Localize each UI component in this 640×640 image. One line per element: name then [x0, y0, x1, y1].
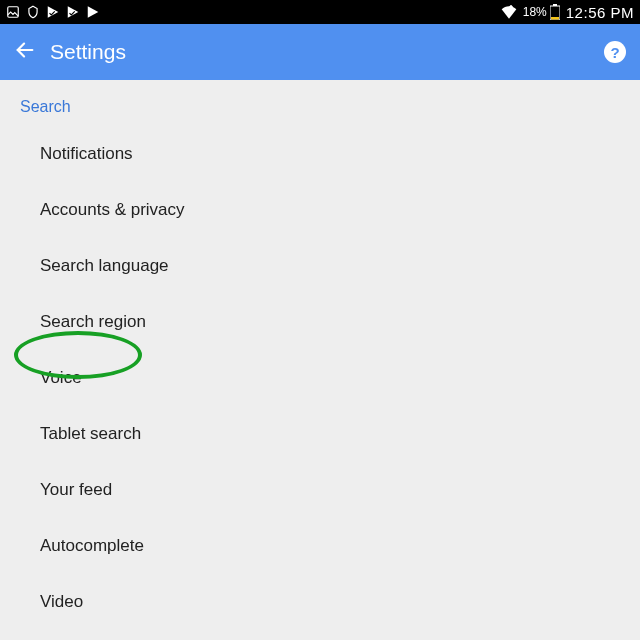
play-icon	[86, 5, 100, 19]
list-item-your-feed[interactable]: Your feed	[0, 462, 640, 518]
list-item-voice[interactable]: Voice	[0, 350, 640, 406]
section-header-search: Search	[0, 80, 640, 126]
settings-list: Search Notifications Accounts & privacy …	[0, 80, 640, 640]
status-clock: 12:56 PM	[566, 4, 634, 21]
list-item-search-language[interactable]: Search language	[0, 238, 640, 294]
status-bar: 18% 12:56 PM	[0, 0, 640, 24]
list-item-accounts-privacy[interactable]: Accounts & privacy	[0, 182, 640, 238]
back-arrow-icon[interactable]	[14, 39, 36, 65]
page-title: Settings	[50, 40, 126, 64]
shape-icon	[26, 5, 40, 19]
list-item-autocomplete[interactable]: Autocomplete	[0, 518, 640, 574]
battery-indicator: 18%	[523, 4, 560, 20]
play-badge-icon	[46, 5, 60, 19]
list-item-tablet-search[interactable]: Tablet search	[0, 406, 640, 462]
help-button[interactable]: ?	[604, 41, 626, 63]
list-item-about[interactable]: About	[0, 630, 640, 640]
help-icon: ?	[610, 44, 619, 61]
list-item-notifications[interactable]: Notifications	[0, 126, 640, 182]
svg-rect-3	[551, 17, 559, 20]
image-icon	[6, 5, 20, 19]
list-item-video[interactable]: Video	[0, 574, 640, 630]
play-badge-icon	[66, 5, 80, 19]
list-item-search-region[interactable]: Search region	[0, 294, 640, 350]
battery-percent: 18%	[523, 5, 547, 19]
wifi-icon	[501, 5, 517, 19]
svg-rect-0	[8, 7, 19, 18]
app-bar: Settings ?	[0, 24, 640, 80]
